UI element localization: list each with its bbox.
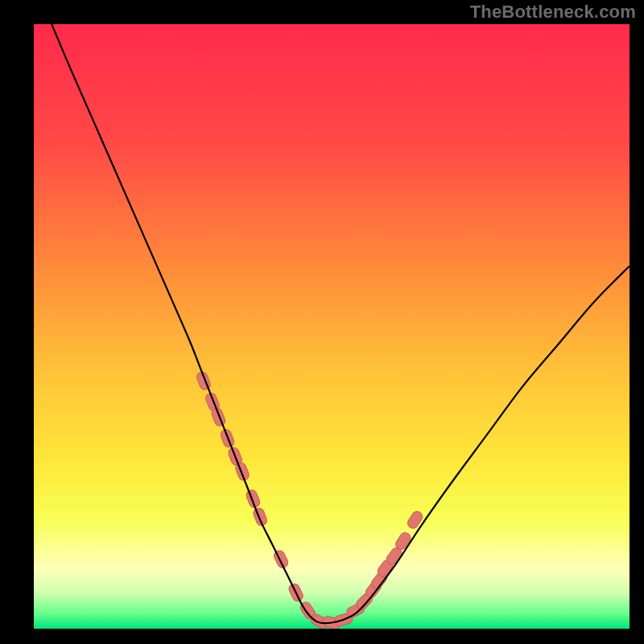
curve-marker <box>245 489 261 509</box>
curve-marker <box>272 549 289 569</box>
marker-group <box>196 370 424 629</box>
watermark-text: TheBottleneck.com <box>470 2 636 23</box>
curve-marker <box>196 370 212 390</box>
chart-stage: TheBottleneck.com <box>0 0 644 644</box>
curve-marker <box>210 407 226 427</box>
curve-marker <box>234 461 250 481</box>
curve-marker <box>406 510 424 530</box>
plot-area <box>34 24 630 629</box>
curve-layer <box>34 24 630 629</box>
curve-marker <box>252 506 268 526</box>
bottleneck-curve <box>52 24 630 623</box>
